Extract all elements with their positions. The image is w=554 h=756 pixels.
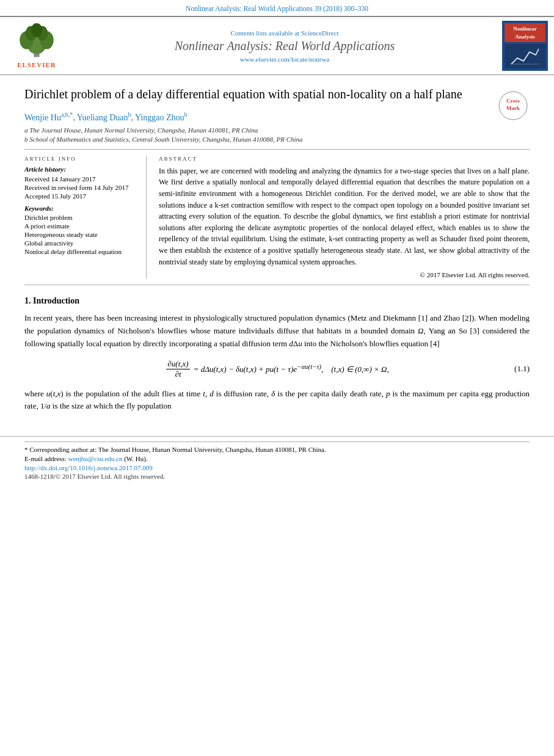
journal-title-header: Nonlinear Analysis: Real World Applicati… bbox=[73, 39, 496, 53]
crossmark-badge[interactable]: Cross Mark bbox=[496, 89, 530, 122]
keyword-2: A priori estimate bbox=[24, 222, 137, 230]
equation-1-1: ∂u(t,x) ∂t = dΔu(t,x) − δu(t,x) + pu(t −… bbox=[165, 359, 388, 379]
author1-name: Wenjie Hu bbox=[24, 113, 61, 122]
header-divider bbox=[24, 149, 530, 150]
journal-url[interactable]: www.elsevier.com/locate/nonrwa bbox=[73, 56, 496, 63]
intro-paragraph-1: In recent years, there has been increasi… bbox=[24, 312, 530, 350]
cover-graph-icon bbox=[508, 46, 542, 67]
copyright-line: © 2017 Elsevier Ltd. All rights reserved… bbox=[159, 271, 530, 278]
elsevier-text: ELSEVIER bbox=[17, 61, 56, 68]
received-date: Received 14 January 2017 bbox=[24, 175, 137, 183]
authors-line: Wenjie Hua,b,*, Yueliang Duanb, Yinggao … bbox=[24, 111, 530, 123]
author2-name: Yueliang Duan bbox=[77, 113, 128, 122]
introduction-section-title: 1. Introduction bbox=[24, 296, 530, 306]
elsevier-logo: ELSEVIER bbox=[6, 23, 67, 68]
partial-fraction: ∂u(t,x) ∂t bbox=[166, 359, 189, 379]
corresponding-author-note: * Corresponding author at: The Journal H… bbox=[24, 446, 530, 453]
footer-divider bbox=[24, 442, 530, 442]
abstract-column: ABSTRACT In this paper, we are concerned… bbox=[159, 156, 530, 278]
page: Nonlinear Analysis: Real World Applicati… bbox=[0, 0, 554, 756]
affiliation-a: a The Journal House, Hunan Normal Univer… bbox=[24, 126, 530, 134]
cover-title: NonlinearAnalysis bbox=[513, 26, 537, 40]
email-link[interactable]: wenjhu@csu.edu.cn bbox=[68, 455, 122, 462]
svg-point-6 bbox=[31, 23, 42, 37]
elsevier-tree-icon bbox=[12, 23, 61, 60]
article-info-abstract: ARTICLE INFO Article history: Received 1… bbox=[24, 156, 530, 278]
article-title: Dirichlet problem of a delay differentia… bbox=[24, 86, 530, 103]
keyword-4: Global attractivity bbox=[24, 239, 137, 247]
keywords-label: Keywords: bbox=[24, 205, 137, 212]
author1-sup: a,b,* bbox=[61, 111, 73, 118]
author3-sup: b bbox=[184, 111, 187, 118]
keyword-3: Heterogeneous steady state bbox=[24, 231, 137, 238]
sciencedirect-link[interactable]: Contents lists available at ScienceDirec… bbox=[73, 29, 496, 37]
affiliation-b: b School of Mathematics and Statistics, … bbox=[24, 136, 530, 143]
history-label: Article history: bbox=[24, 165, 137, 173]
keyword-5: Nonlocal delay differential equation bbox=[24, 248, 137, 255]
crossmark-icon: Cross Mark bbox=[498, 90, 528, 121]
sciencedirect-label[interactable]: ScienceDirect bbox=[301, 29, 339, 37]
section-divider bbox=[24, 285, 530, 285]
email-note: E-mail address: wenjhu@csu.edu.cn (W. Hu… bbox=[24, 455, 530, 462]
keyword-1: Dirichlet problem bbox=[24, 214, 137, 221]
equation-number-1-1: (1.1) bbox=[514, 364, 530, 374]
issn-text: 1468-1218/© 2017 Elsevier Ltd. All right… bbox=[24, 473, 530, 480]
abstract-text: In this paper, we are concerned with mod… bbox=[159, 165, 530, 267]
svg-text:Cross: Cross bbox=[506, 98, 520, 104]
equation-1-1-block: ∂u(t,x) ∂t = dΔu(t,x) − δu(t,x) + pu(t −… bbox=[24, 359, 530, 379]
svg-text:Mark: Mark bbox=[506, 105, 520, 111]
page-footer: * Corresponding author at: The Journal H… bbox=[0, 436, 554, 485]
main-content: Dirichlet problem of a delay differentia… bbox=[0, 75, 554, 424]
eq-equals: = dΔu(t,x) − δu(t,x) + pu(t − τ)e−αu(t−τ… bbox=[194, 363, 389, 374]
abstract-section-label: ABSTRACT bbox=[159, 156, 530, 162]
article-info-section-label: ARTICLE INFO bbox=[24, 156, 137, 162]
accepted-date: Accepted 15 July 2017 bbox=[24, 192, 137, 200]
journal-center-info: Contents lists available at ScienceDirec… bbox=[73, 29, 496, 63]
citation-text: Nonlinear Analysis: Real World Applicati… bbox=[186, 5, 368, 12]
journal-cover-image: NonlinearAnalysis bbox=[502, 21, 548, 71]
doi-link[interactable]: http://dx.doi.org/10.1016/j.nonrwa.2017.… bbox=[24, 464, 530, 471]
received-revised-date: Received in revised form 14 July 2017 bbox=[24, 184, 137, 191]
journal-header: ELSEVIER Contents lists available at Sci… bbox=[0, 16, 554, 75]
author3-name: Yinggao Zhou bbox=[135, 113, 184, 122]
intro-paragraph-2: where u(t,x) is the population of the ad… bbox=[24, 388, 530, 413]
top-citation: Nonlinear Analysis: Real World Applicati… bbox=[0, 0, 554, 16]
article-info-column: ARTICLE INFO Article history: Received 1… bbox=[24, 156, 147, 278]
